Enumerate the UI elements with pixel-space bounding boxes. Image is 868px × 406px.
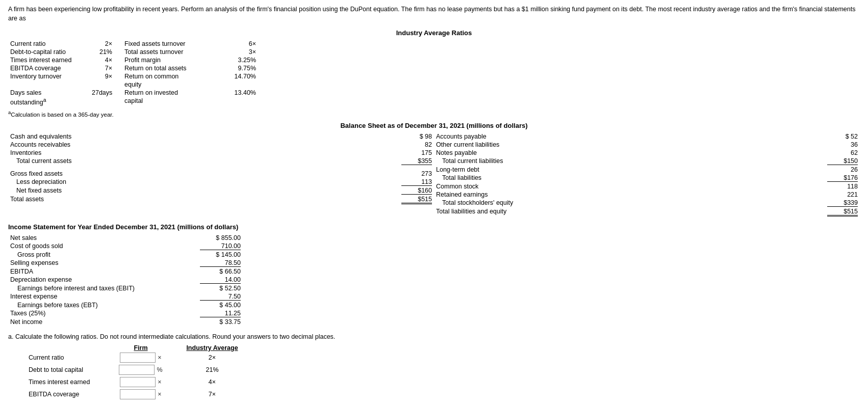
income-statement-title: Income Statement for Year Ended December… bbox=[8, 223, 860, 231]
calc-section: a. Calculate the following ratios. Do no… bbox=[8, 333, 860, 399]
calc-input-area-debt-capital: % bbox=[110, 365, 171, 375]
ratio-label-5: Inventory turnover bbox=[8, 72, 90, 80]
calc-ind-debt-capital: 21% bbox=[171, 366, 253, 373]
calc-intro: a. Calculate the following ratios. Do no… bbox=[8, 333, 860, 340]
calc-input-area-tie: × bbox=[110, 377, 171, 387]
calc-unit-tie: × bbox=[158, 378, 161, 386]
bs-spacer bbox=[8, 166, 434, 170]
calc-label-tie: Times interest earned bbox=[8, 378, 110, 386]
calc-input-area-current-ratio: × bbox=[110, 353, 171, 363]
bs-row-tl: Total liabilities $176 bbox=[434, 174, 860, 182]
bs-row-inv: Inventories 175 bbox=[8, 149, 434, 157]
balance-sheet: Cash and equivalents $ 98 Accounts recei… bbox=[8, 132, 860, 217]
ratio-label-6 bbox=[8, 80, 90, 89]
bs-row-tcl: Total current liabilities $150 bbox=[434, 157, 860, 166]
bs-liabilities: Accounts payable $ 52 Other current liab… bbox=[434, 132, 860, 217]
calc-unit-ebitda-cov: × bbox=[158, 391, 161, 398]
ratio-label-3: Times interest earned bbox=[8, 56, 90, 64]
ratio-rvalue-4: 9.75% bbox=[222, 64, 258, 72]
bs-row-ap: Accounts payable $ 52 bbox=[434, 132, 860, 141]
is-row-ni: Net income $ 33.75 bbox=[8, 318, 243, 326]
calc-input-area-ebitda-cov: × bbox=[110, 389, 171, 399]
bs-row-cs: Common stock 118 bbox=[434, 182, 860, 191]
calc-row-debt-capital: Debt to total capital % 21% bbox=[8, 365, 860, 375]
ratio-label-4: EBITDA coverage bbox=[8, 64, 90, 72]
bs-row-gfa: Gross fixed assets 273 bbox=[8, 170, 434, 178]
ratio-rlabel-6: equity bbox=[120, 80, 222, 89]
calc-input-debt-capital[interactable] bbox=[119, 365, 155, 375]
ratio-rlabel-4: Return on total assets bbox=[120, 64, 222, 72]
ratios-table: Current ratio 2× Fixed assets turnover 6… bbox=[8, 40, 860, 106]
calc-input-ebitda-cov[interactable] bbox=[120, 389, 156, 399]
col-ind-header: Industry Average bbox=[171, 344, 253, 351]
ratio-rlabel-5: Return on common bbox=[120, 72, 222, 80]
calc-row-ebitda-cov: EBITDA coverage × 7× bbox=[8, 389, 860, 399]
bs-row-ocl: Other current liabilities 36 bbox=[434, 141, 860, 149]
calc-unit-current-ratio: × bbox=[158, 354, 161, 361]
ratio-rlabel-2: Total assets turnover bbox=[120, 48, 222, 56]
bs-row-ltd: Long-term debt 26 bbox=[434, 166, 860, 174]
bs-row-tse: Total stockholders' equity $339 bbox=[434, 199, 860, 207]
ratio-rvalue-2: 3× bbox=[222, 48, 258, 56]
income-statement: Net sales $ 855.00 Cost of goods sold 71… bbox=[8, 234, 243, 326]
ratio-rvalue-7: 13.40% bbox=[222, 89, 258, 97]
calc-label-ebitda-cov: EBITDA coverage bbox=[8, 391, 110, 398]
ratio-value-6 bbox=[90, 80, 120, 89]
is-row-da: Depreciation expense 14.00 bbox=[8, 276, 243, 284]
ratio-value-3: 4× bbox=[90, 56, 120, 64]
bs-row-nfa: Net fixed assets $160 bbox=[8, 186, 434, 195]
calc-ind-current-ratio: 2× bbox=[171, 354, 253, 361]
ratio-value-8 bbox=[90, 97, 120, 106]
calc-row-tie: Times interest earned × 4× bbox=[8, 377, 860, 387]
ratio-value-2: 21% bbox=[90, 48, 120, 56]
calc-ind-ebitda-cov: 7× bbox=[171, 391, 253, 398]
ratio-label-7: Days sales bbox=[8, 89, 90, 97]
calc-ind-tie: 4× bbox=[171, 378, 253, 386]
ratio-label-1: Current ratio bbox=[8, 40, 90, 48]
is-row-tax: Taxes (25%) 11.25 bbox=[8, 309, 243, 318]
ratio-label-8: outstandinga bbox=[8, 97, 90, 106]
bs-row-cash: Cash and equivalents $ 98 bbox=[8, 132, 434, 141]
ratio-rvalue-1: 6× bbox=[222, 40, 258, 48]
is-row-ebt: Earnings before taxes (EBT) $ 45.00 bbox=[8, 301, 243, 309]
is-row-ebitda: EBITDA $ 66.50 bbox=[8, 267, 243, 276]
intro-text: A firm has been experiencing low profita… bbox=[8, 5, 860, 23]
calc-headers: Firm Industry Average bbox=[110, 344, 860, 351]
ratio-value-4: 7× bbox=[90, 64, 120, 72]
bs-row-ar: Accounts receivables 82 bbox=[8, 141, 434, 149]
ratio-rlabel-7: Return on invested bbox=[120, 89, 222, 97]
col-firm-header: Firm bbox=[110, 344, 171, 351]
calc-label-current-ratio: Current ratio bbox=[8, 354, 110, 361]
bs-row-re: Retained earnings 221 bbox=[434, 191, 860, 199]
ratio-value-1: 2× bbox=[90, 40, 120, 48]
is-row-sales: Net sales $ 855.00 bbox=[8, 234, 243, 242]
calc-label-debt-capital: Debt to total capital bbox=[8, 366, 110, 373]
footnote: aCalculation is based on a 365-day year. bbox=[8, 110, 860, 118]
is-row-gp: Gross profit $ 145.00 bbox=[8, 251, 243, 259]
is-row-se: Selling expenses 78.50 bbox=[8, 259, 243, 267]
ratio-rlabel-3: Profit margin bbox=[120, 56, 222, 64]
ratio-value-5: 9× bbox=[90, 72, 120, 80]
ratio-rvalue-6 bbox=[222, 80, 258, 89]
ratio-label-2: Debt-to-capital ratio bbox=[8, 48, 90, 56]
bs-assets: Cash and equivalents $ 98 Accounts recei… bbox=[8, 132, 434, 217]
calc-input-current-ratio[interactable] bbox=[120, 353, 156, 363]
ratio-rlabel-8: capital bbox=[120, 97, 222, 106]
calc-unit-debt-capital: % bbox=[157, 366, 162, 373]
ratio-value-7: 27days bbox=[90, 89, 120, 97]
is-row-ebit: Earnings before interest and taxes (EBIT… bbox=[8, 284, 243, 292]
calc-input-tie[interactable] bbox=[120, 377, 156, 387]
ratio-rvalue-8 bbox=[222, 97, 258, 106]
ratio-rvalue-3: 3.25% bbox=[222, 56, 258, 64]
ratio-rlabel-1: Fixed assets turnover bbox=[120, 40, 222, 48]
bs-row-ta: Total assets $515 bbox=[8, 195, 434, 205]
is-row-cogs: Cost of goods sold 710.00 bbox=[8, 242, 243, 251]
industry-ratios-title: Industry Average Ratios bbox=[8, 29, 860, 37]
bs-row-tca: Total current assets $355 bbox=[8, 157, 434, 166]
calc-row-current-ratio: Current ratio × 2× bbox=[8, 353, 860, 363]
ratio-rvalue-5: 14.70% bbox=[222, 72, 258, 80]
bs-row-dep: Less depreciation 113 bbox=[8, 178, 434, 186]
bs-row-tle: Total liabilities and equity $515 bbox=[434, 207, 860, 217]
balance-sheet-title: Balance Sheet as of December 31, 2021 (m… bbox=[8, 122, 860, 129]
bs-row-np: Notes payable 62 bbox=[434, 149, 860, 157]
